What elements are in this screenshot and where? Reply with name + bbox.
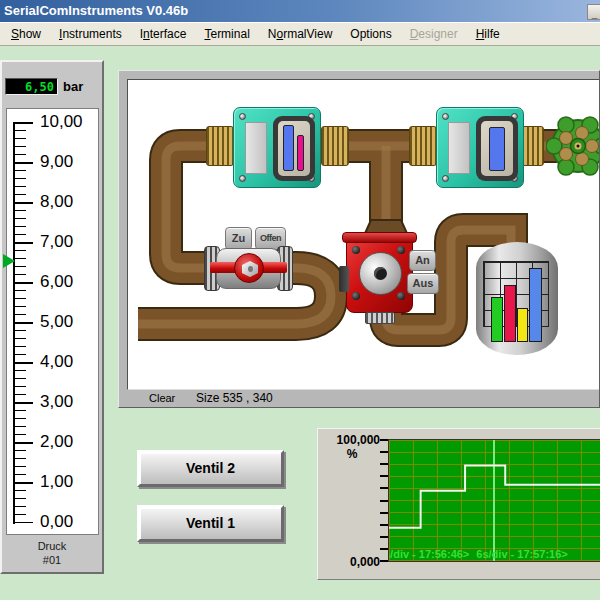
meter-bar bbox=[283, 125, 294, 171]
menu-item-show[interactable]: Show bbox=[2, 24, 50, 44]
scope-time-right: 6s/div - 17:57:16> bbox=[476, 548, 567, 560]
pump-on-button[interactable]: An bbox=[409, 250, 436, 271]
gauge-id-label: #01 bbox=[2, 554, 102, 566]
meter-display bbox=[273, 116, 315, 181]
meter-label-plate bbox=[448, 122, 470, 174]
ventil-1-button[interactable]: Ventil 1 bbox=[137, 505, 284, 542]
meter-bar-display bbox=[481, 121, 513, 176]
pump-sight-glass bbox=[359, 252, 402, 295]
process-scene-canvas: Zu Offen An Aus bbox=[127, 79, 600, 390]
scale-major-ticks bbox=[13, 122, 33, 523]
scope-unit-label: % bbox=[342, 447, 362, 461]
menu-bar: Show Instruments Interface Terminal Norm… bbox=[0, 22, 600, 46]
scope-trace-svg bbox=[389, 440, 600, 561]
meter-label-plate bbox=[245, 122, 267, 174]
gauge-name-label: Druck bbox=[2, 540, 102, 552]
scope-plot-area: s/div - 17:56:46>6s/div - 17:57:16> bbox=[388, 439, 600, 562]
tank-bar bbox=[504, 285, 516, 342]
brass-coupling bbox=[409, 126, 437, 166]
screw-icon bbox=[352, 246, 360, 254]
scope-time-left: s/div - 17:56:46> bbox=[388, 548, 469, 560]
menu-item-instruments[interactable]: Instruments bbox=[50, 24, 131, 44]
menu-item-hilfe[interactable]: Hilfe bbox=[467, 24, 509, 44]
menu-item-interface[interactable]: Interface bbox=[131, 24, 196, 44]
flow-meter-2 bbox=[436, 107, 524, 188]
meter-bar bbox=[489, 127, 505, 171]
scope-time-labels: s/div - 17:56:46>6s/div - 17:57:16> bbox=[389, 548, 600, 560]
handwheel-valve-icon[interactable] bbox=[546, 110, 600, 182]
meter-bar bbox=[297, 135, 304, 171]
pump[interactable] bbox=[346, 235, 413, 313]
pump-off-button[interactable]: Aus bbox=[407, 273, 439, 294]
manual-valve[interactable] bbox=[204, 246, 293, 291]
scope-ymax-label: 100,000 bbox=[326, 433, 380, 447]
screw-icon bbox=[397, 292, 405, 300]
scope-panel: 100,000 % 0,000 s/div - 17:56:46>6s/div … bbox=[317, 428, 600, 580]
canvas-size-label: Size 535 , 340 bbox=[196, 391, 273, 405]
title-bar: SerialComInstruments V0.46b _ bbox=[0, 0, 600, 22]
scale-labels: 10,00 9,00 8,00 7,00 6,00 5,00 4,00 3,00… bbox=[40, 113, 95, 531]
screw-icon bbox=[239, 175, 246, 182]
tank-bar bbox=[517, 308, 528, 342]
meter-display bbox=[476, 116, 518, 181]
pressure-unit-label: bar bbox=[63, 79, 83, 94]
menu-item-designer: Designer bbox=[401, 24, 467, 44]
brass-coupling bbox=[321, 126, 349, 166]
designer-canvas-frame: Zu Offen An Aus bbox=[118, 70, 600, 408]
storage-tank bbox=[476, 242, 558, 355]
pump-collar bbox=[365, 312, 395, 324]
gauge-pointer-icon bbox=[3, 254, 15, 268]
pressure-scale: 10,00 9,00 8,00 7,00 6,00 5,00 4,00 3,00… bbox=[6, 108, 99, 535]
valve-hub bbox=[234, 253, 264, 283]
window-title: SerialComInstruments V0.46b bbox=[4, 3, 188, 18]
pressure-gauge-panel: 6,50 bar 10,00 9,00 8,00 7,00 6,00 5,00 … bbox=[0, 60, 104, 574]
menu-item-options[interactable]: Options bbox=[341, 24, 400, 44]
menu-item-terminal[interactable]: Terminal bbox=[195, 24, 258, 44]
menu-item-normalview[interactable]: NormalView bbox=[259, 24, 341, 44]
flow-meter-1 bbox=[233, 107, 321, 188]
pump-connector bbox=[339, 266, 349, 292]
scope-ymin-label: 0,000 bbox=[334, 555, 380, 569]
screw-icon bbox=[352, 292, 360, 300]
brass-coupling bbox=[206, 126, 234, 166]
ventil-2-button[interactable]: Ventil 2 bbox=[137, 450, 284, 487]
scope-axis-ticks bbox=[380, 439, 388, 562]
valve-center-dot bbox=[248, 266, 253, 272]
minimize-button[interactable]: _ bbox=[587, 4, 600, 20]
pump-flange bbox=[342, 232, 417, 243]
pump-center bbox=[374, 267, 387, 280]
screw-icon bbox=[397, 246, 405, 254]
screw-icon bbox=[442, 175, 449, 182]
canvas-clear-label[interactable]: Clear bbox=[149, 392, 175, 404]
pressure-value-display: 6,50 bbox=[5, 78, 58, 95]
tank-bar bbox=[529, 268, 542, 342]
meter-bar-display bbox=[278, 121, 310, 176]
tank-bar bbox=[491, 297, 503, 342]
screw-icon bbox=[442, 113, 449, 120]
screw-icon bbox=[239, 113, 246, 120]
